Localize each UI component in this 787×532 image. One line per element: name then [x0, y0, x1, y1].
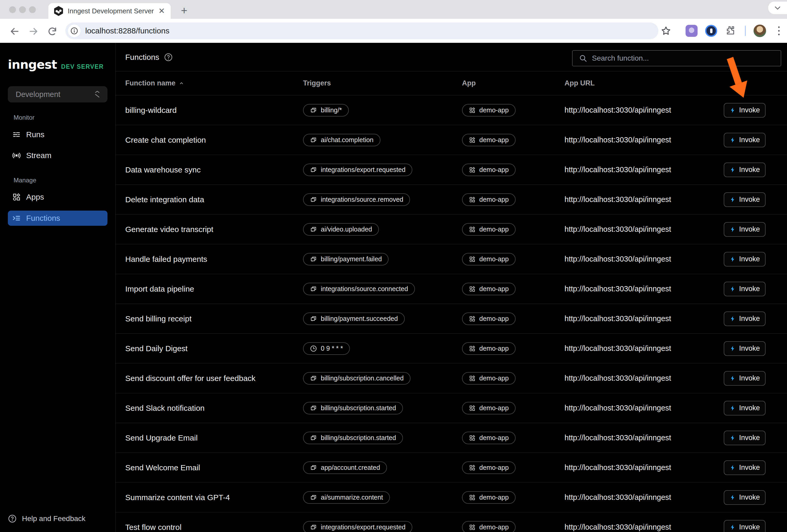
invoke-button[interactable]: Invoke — [724, 430, 766, 445]
function-row[interactable]: Data warehouse sync integrations/export.… — [115, 155, 787, 185]
app-url: http://localhost:3030/api/inngest — [565, 344, 703, 353]
url-bar[interactable]: localhost:8288/functions — [65, 22, 658, 39]
sidebar-item-runs[interactable]: Runs — [8, 127, 107, 142]
app-name: demo-app — [479, 196, 509, 203]
trigger-badge: integrations/export.requested — [303, 521, 412, 532]
tab-search-button[interactable] — [768, 2, 787, 14]
function-row[interactable]: Send billing receipt billing/payment.suc… — [115, 304, 787, 334]
app-badge: demo-app — [462, 193, 516, 206]
page-title: Functions — [125, 53, 159, 62]
window-zoom-button[interactable] — [29, 6, 36, 13]
help-and-feedback[interactable]: Help and Feedback — [8, 514, 85, 523]
invoke-button[interactable]: Invoke — [724, 252, 766, 267]
browser-tab[interactable]: Inngest Development Server ✕ — [48, 3, 171, 19]
trigger-badge: billing/subscription.started — [303, 432, 403, 444]
trigger-value: ai/video.uploaded — [321, 225, 372, 233]
window-close-button[interactable] — [9, 6, 16, 13]
lightning-bolt-icon — [729, 524, 736, 530]
invoke-label: Invoke — [739, 315, 760, 323]
window-minimize-button[interactable] — [19, 6, 26, 13]
function-name: Delete integration data — [125, 195, 303, 204]
invoke-button[interactable]: Invoke — [724, 490, 766, 505]
tab-close-icon[interactable]: ✕ — [158, 7, 165, 15]
function-row[interactable]: Send discount offer for user feedback bi… — [115, 363, 787, 393]
lightning-bolt-icon — [729, 137, 736, 143]
forward-icon[interactable] — [28, 26, 39, 37]
bookmark-button[interactable] — [660, 19, 672, 43]
function-row[interactable]: Send Upgrade Email billing/subscription.… — [115, 423, 787, 453]
environment-select[interactable]: Development — [8, 86, 107, 103]
invoke-label: Invoke — [739, 225, 760, 233]
invoke-label: Invoke — [739, 136, 760, 144]
app-url: http://localhost:3030/api/inngest — [565, 314, 703, 323]
invoke-button[interactable]: Invoke — [724, 222, 766, 237]
function-name: Import data pipeline — [125, 285, 303, 293]
sidebar-item-apps[interactable]: Apps — [8, 190, 107, 205]
trigger-value: integrations/export.requested — [321, 166, 406, 174]
trigger-badge: integrations/source.connected — [303, 283, 415, 295]
function-row[interactable]: Send Slack notification billing/subscrip… — [115, 393, 787, 423]
invoke-button[interactable]: Invoke — [724, 311, 766, 326]
new-tab-button[interactable]: + — [181, 5, 188, 16]
trigger-value: billing/* — [321, 106, 342, 114]
invoke-button[interactable]: Invoke — [724, 401, 766, 416]
invoke-button[interactable]: Invoke — [724, 162, 766, 177]
profile-button[interactable] — [753, 19, 766, 43]
trigger-badge: ai/chat.completion — [303, 134, 380, 146]
site-info-icon[interactable] — [68, 25, 81, 37]
invoke-button[interactable]: Invoke — [724, 282, 766, 296]
toolbar-divider — [745, 19, 746, 43]
invoke-button[interactable]: Invoke — [724, 192, 766, 207]
function-name: Test flow control — [125, 523, 303, 532]
browser-menu-button[interactable] — [778, 19, 780, 43]
function-row[interactable]: Send Welcome Email app/account.created — [115, 453, 787, 483]
function-row[interactable]: Summarize content via GPT-4 ai/summarize… — [115, 483, 787, 512]
function-row[interactable]: Test flow control integrations/export.re… — [115, 512, 787, 532]
lightning-bolt-icon — [729, 375, 736, 381]
trigger-badge: integrations/export.requested — [303, 163, 412, 176]
environment-value: Development — [16, 90, 94, 99]
sidebar-item-stream[interactable]: Stream — [8, 148, 107, 163]
onepassword-button[interactable] — [705, 19, 717, 43]
function-row[interactable]: Handle failed payments billing/payment.f… — [115, 244, 787, 274]
column-app: App — [462, 79, 565, 87]
app-url: http://localhost:3030/api/inngest — [565, 285, 703, 293]
lightning-bolt-icon — [729, 494, 736, 501]
function-row[interactable]: Import data pipeline integrations/source… — [115, 274, 787, 304]
app-url: http://localhost:3030/api/inngest — [565, 374, 703, 382]
trigger-value: billing/subscription.started — [321, 404, 396, 412]
reload-icon[interactable] — [46, 26, 58, 37]
invoke-button[interactable]: Invoke — [724, 133, 766, 147]
invoke-button[interactable]: Invoke — [724, 520, 766, 532]
invoke-button[interactable]: Invoke — [724, 103, 766, 117]
event-trigger-icon — [310, 256, 317, 263]
function-row[interactable]: Create chat completion ai/chat.completio… — [115, 125, 787, 155]
invoke-button[interactable]: Invoke — [724, 371, 766, 386]
function-row[interactable]: billing-wildcard billing/* — [115, 95, 787, 125]
sidebar-item-functions[interactable]: Functions — [8, 210, 107, 226]
onepassword-icon — [705, 25, 717, 37]
page-help-icon[interactable] — [164, 53, 173, 62]
function-row[interactable]: Send Daily Digest 0 9 * * * — [115, 334, 787, 363]
trigger-value: app/account.created — [321, 464, 380, 471]
app-badge: demo-app — [462, 402, 516, 415]
event-trigger-icon — [310, 166, 317, 174]
app-name: demo-app — [479, 315, 509, 323]
function-row[interactable]: Delete integration data integrations/sou… — [115, 185, 787, 215]
function-name: Generate video transcript — [125, 225, 303, 234]
extensions-button[interactable] — [725, 19, 736, 43]
chevron-down-icon — [774, 4, 782, 12]
trigger-value: integrations/source.connected — [321, 285, 408, 293]
trigger-value: billing/payment.failed — [321, 255, 382, 263]
invoke-button[interactable]: Invoke — [724, 341, 766, 356]
cron-clock-icon — [310, 345, 317, 352]
app-name: demo-app — [479, 524, 509, 531]
invoke-button[interactable]: Invoke — [724, 460, 766, 475]
app-url: http://localhost:3030/api/inngest — [565, 463, 703, 472]
app-badge: demo-app — [462, 253, 516, 265]
back-icon[interactable] — [9, 26, 20, 37]
select-chevrons-icon — [94, 90, 101, 98]
column-function-name[interactable]: Function name — [125, 79, 303, 87]
extension-a-button[interactable] — [685, 19, 698, 43]
function-row[interactable]: Generate video transcript ai/video.uploa… — [115, 215, 787, 244]
